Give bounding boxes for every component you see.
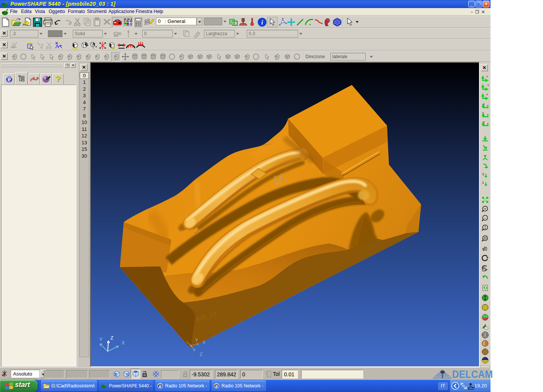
svg-text:3: 3 (482, 172, 484, 176)
svg-text:1: 1 (11, 43, 13, 46)
svg-text:1: 1 (482, 181, 484, 185)
svg-text:Z: Z (280, 173, 283, 178)
svg-text:X: X (202, 340, 205, 345)
svg-text:Y: Y (274, 175, 277, 180)
svg-text:–: – (484, 216, 486, 220)
svg-text:-x: -x (482, 102, 485, 106)
svg-text:-Y: -Y (486, 83, 489, 87)
svg-text:Y: Y (195, 338, 198, 343)
svg-text:x: x (285, 178, 288, 182)
svg-text:z: z (486, 93, 488, 96)
svg-text:Z: Z (200, 352, 202, 357)
svg-text:Y: Y (99, 336, 103, 342)
svg-text:Z: Z (110, 335, 113, 341)
svg-text:z: z (267, 375, 269, 377)
svg-text:1: 1 (484, 225, 486, 230)
svg-text:Y: Y (482, 111, 484, 115)
svg-text:x: x (486, 75, 488, 78)
svg-text:-z: -z (482, 120, 485, 124)
svg-text:X: X (121, 340, 125, 346)
svg-text:+: + (484, 207, 486, 211)
svg-text:i: i (261, 19, 263, 26)
